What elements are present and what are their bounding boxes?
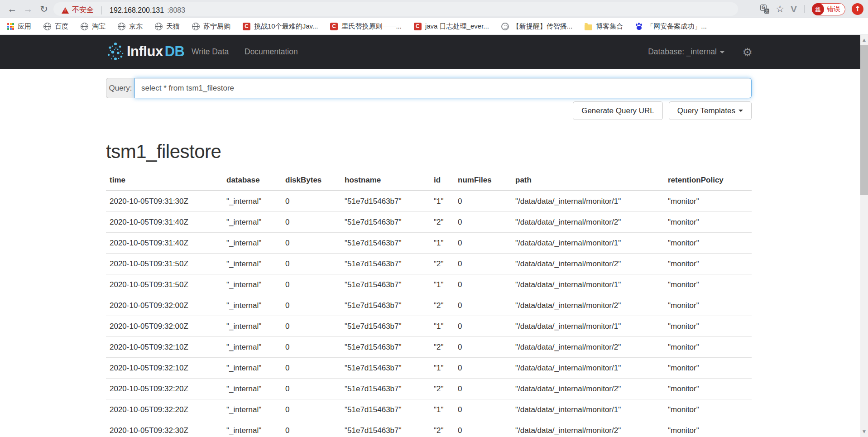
bookmark-item[interactable]: 京东 [118, 22, 143, 31]
table-cell: "/data/data/_internal/monitor/1" [512, 358, 664, 379]
table-row: 2020-10-05T09:32:00Z"_internal"0"51e7d15… [106, 295, 752, 316]
globe-favicon-icon [81, 23, 88, 30]
table-cell: "/data/data/_internal/monitor/1" [512, 274, 664, 295]
table-cell: "/data/data/_internal/monitor/2" [512, 379, 664, 399]
table-cell: "51e7d15463b7" [341, 420, 430, 437]
bookmark-item[interactable]: 博客集合 [585, 22, 623, 31]
column-header: path [512, 173, 664, 191]
url-port: :8083 [167, 6, 185, 14]
table-cell: "1" [430, 399, 454, 420]
bookmark-label: 百度 [55, 22, 68, 31]
v-extension-icon[interactable]: V [791, 4, 797, 14]
table-cell: "2" [430, 337, 454, 358]
bookmark-item[interactable]: 「网安备案成功」... [635, 22, 707, 31]
bookmark-item[interactable]: 里氏替换原则——... [330, 22, 402, 31]
table-cell: "51e7d15463b7" [341, 379, 430, 399]
bookmark-item[interactable]: 百度 [43, 22, 68, 31]
table-cell: 2020-10-05T09:31:40Z [106, 233, 223, 254]
bookmark-item[interactable]: 【新提醒】传智播... [501, 22, 573, 31]
generate-query-url-button[interactable]: Generate Query URL [573, 101, 663, 120]
bookmark-label: 博客集合 [596, 22, 623, 31]
chevron-down-icon [739, 110, 743, 112]
page: InfluxDB Write Data Documentation Databa… [0, 35, 868, 437]
table-cell: 2020-10-05T09:32:20Z [106, 379, 223, 399]
table-cell: "1" [430, 358, 454, 379]
bookmark-item[interactable]: java 日志处理_ever... [414, 22, 489, 31]
error-extension-badge[interactable]: 鑫 错误 [812, 3, 845, 15]
bookmark-label: 【新提醒】传智播... [513, 22, 573, 31]
table-cell: "_internal" [223, 191, 282, 212]
table-cell: "51e7d15463b7" [341, 358, 430, 379]
security-chip[interactable]: 不安全 192.168.200.131:8083 [62, 5, 185, 15]
table-row: 2020-10-05T09:32:20Z"_internal"0"51e7d15… [106, 399, 752, 420]
table-cell: "_internal" [223, 274, 282, 295]
table-cell: 0 [282, 358, 341, 379]
table-row: 2020-10-05T09:32:10Z"_internal"0"51e7d15… [106, 337, 752, 358]
table-cell: 0 [454, 358, 512, 379]
query-templates-button[interactable]: Query Templates [669, 101, 752, 120]
query-input-group: Query: [106, 78, 752, 98]
up-arrow-extension-icon[interactable]: ↑ [852, 3, 863, 15]
table-cell: "51e7d15463b7" [341, 316, 430, 337]
table-cell: "monitor" [664, 295, 752, 316]
scrollbar-thumb[interactable] [860, 45, 868, 195]
query-input[interactable] [134, 78, 752, 98]
table-cell: "monitor" [664, 274, 752, 295]
table-cell: 2020-10-05T09:32:30Z [106, 420, 223, 437]
globe-favicon-icon [192, 23, 200, 30]
table-cell: "_internal" [223, 358, 282, 379]
omnibox-divider [101, 6, 102, 14]
address-bar[interactable]: 不安全 192.168.200.131:8083 [53, 2, 738, 16]
globe-favicon-icon [155, 23, 163, 30]
table-cell: 0 [282, 233, 341, 254]
table-cell: 0 [282, 274, 341, 295]
table-cell: 0 [282, 191, 341, 212]
table-cell: "monitor" [664, 358, 752, 379]
measurement-title: tsm1_filestore [106, 141, 221, 163]
paw-favicon-icon [635, 23, 643, 30]
forward-icon[interactable]: → [21, 2, 35, 16]
table-cell: 0 [454, 337, 512, 358]
table-header-row: timedatabasediskByteshostnameidnumFilesp… [106, 173, 752, 191]
bookmark-item[interactable]: 苏宁易购 [192, 22, 230, 31]
url-host: 192.168.200.131 [110, 6, 164, 14]
table-row: 2020-10-05T09:31:40Z"_internal"0"51e7d15… [106, 212, 752, 233]
column-header: diskBytes [282, 173, 341, 191]
browser-toolbar: ← → ↻ 不安全 192.168.200.131:8083 G 文 ☆ V 鑫… [0, 0, 868, 18]
table-cell: "_internal" [223, 337, 282, 358]
table-cell: 0 [282, 337, 341, 358]
table-cell: "1" [430, 233, 454, 254]
scroll-up-icon[interactable]: ▲ [860, 36, 868, 44]
bookmark-item[interactable]: 挑战10个最难的Jav... [243, 22, 318, 31]
apps-button[interactable]: 应用 [7, 22, 31, 31]
table-cell: "_internal" [223, 420, 282, 437]
query-label: Query: [106, 78, 134, 98]
bookmark-label: 京东 [129, 22, 143, 31]
table-cell: 0 [454, 420, 512, 437]
table-cell: "_internal" [223, 379, 282, 399]
bookmark-item[interactable]: 天猫 [155, 22, 180, 31]
translate-icon[interactable]: G 文 [760, 5, 769, 14]
profile-avatar: 鑫 [812, 3, 824, 15]
bookmark-label: java 日志处理_ever... [425, 22, 489, 31]
bookmark-star-icon[interactable]: ☆ [776, 4, 784, 14]
table-cell: "2" [430, 379, 454, 399]
table-cell: 0 [282, 254, 341, 274]
table-cell: 2020-10-05T09:32:00Z [106, 295, 223, 316]
table-cell: 0 [282, 420, 341, 437]
table-cell: 2020-10-05T09:32:00Z [106, 316, 223, 337]
scroll-down-icon[interactable]: ▼ [860, 428, 868, 436]
table-cell: 2020-10-05T09:31:50Z [106, 274, 223, 295]
reload-icon[interactable]: ↻ [37, 2, 51, 16]
vertical-scrollbar[interactable]: ▲ ▼ [860, 35, 868, 437]
table-cell: "2" [430, 212, 454, 233]
bookmark-item[interactable]: 淘宝 [81, 22, 106, 31]
security-label: 不安全 [72, 5, 94, 15]
table-cell: "/data/data/_internal/monitor/2" [512, 420, 664, 437]
back-icon[interactable]: ← [5, 2, 19, 16]
bookmarks-bar: 应用 百度淘宝京东天猫苏宁易购挑战10个最难的Jav...里氏替换原则——...… [0, 19, 868, 35]
table-cell: 0 [454, 379, 512, 399]
table-row: 2020-10-05T09:31:30Z"_internal"0"51e7d15… [106, 191, 752, 212]
table-cell: "2" [430, 295, 454, 316]
table-cell: "_internal" [223, 254, 282, 274]
